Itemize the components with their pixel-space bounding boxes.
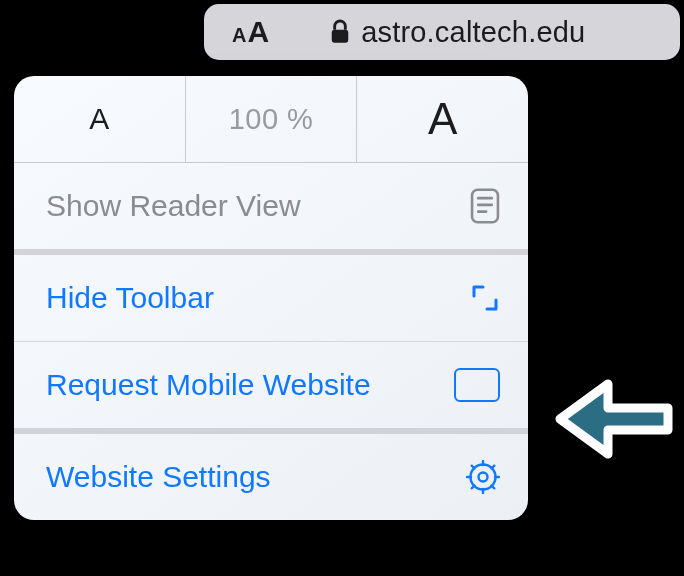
request-mobile-website-label: Request Mobile Website: [46, 368, 371, 402]
reader-icon: [470, 188, 500, 224]
url-bar[interactable]: AA astro.caltech.edu: [204, 4, 680, 60]
gear-icon: [466, 460, 500, 494]
lock-icon: [329, 19, 351, 45]
zoom-controls: A 100 % A: [14, 76, 528, 163]
show-reader-view-label: Show Reader View: [46, 189, 301, 223]
request-mobile-website-row[interactable]: Request Mobile Website: [14, 342, 528, 434]
text-size-popover: A 100 % A Show Reader View Hide Toolbar …: [14, 76, 528, 520]
zoom-out-button[interactable]: A: [14, 76, 186, 162]
screen-icon: [454, 368, 500, 402]
big-a-icon: A: [428, 94, 457, 144]
website-settings-label: Website Settings: [46, 460, 271, 494]
svg-line-13: [472, 486, 475, 489]
zoom-percent[interactable]: 100 %: [186, 76, 358, 162]
attention-arrow-icon: [550, 370, 678, 468]
url-domain: astro.caltech.edu: [361, 16, 585, 49]
website-settings-row[interactable]: Website Settings: [14, 434, 528, 520]
hide-toolbar-row[interactable]: Hide Toolbar: [14, 255, 528, 342]
svg-point-6: [479, 473, 488, 482]
svg-rect-0: [332, 30, 349, 43]
zoom-in-button[interactable]: A: [357, 76, 528, 162]
svg-line-14: [492, 466, 495, 469]
small-a-icon: A: [89, 102, 109, 136]
svg-line-11: [472, 466, 475, 469]
show-reader-view-row: Show Reader View: [14, 163, 528, 255]
hide-toolbar-label: Hide Toolbar: [46, 281, 214, 315]
expand-icon: [470, 283, 500, 313]
text-size-icon[interactable]: AA: [232, 15, 269, 49]
svg-line-12: [492, 486, 495, 489]
